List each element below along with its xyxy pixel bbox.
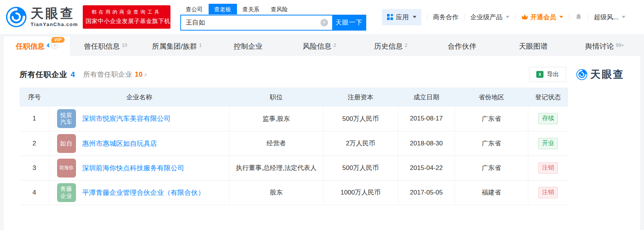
badge-text: 汽车 xyxy=(60,119,73,126)
enterprise-label: 企业级产品 xyxy=(471,13,503,22)
tab-controlled-companies[interactable]: 控制企业 xyxy=(212,37,284,56)
province-cell: 广东省 xyxy=(455,131,528,156)
excel-icon xyxy=(536,71,543,78)
tab-history-info[interactable]: 历史信息 2 xyxy=(355,37,427,56)
section-header: 所有任职企业 4 所有曾任职企业 10 导出 天眼查 xyxy=(20,66,624,82)
tab-label: 舆情讨论 xyxy=(585,42,614,51)
status-cell: 注销 xyxy=(528,180,568,205)
company-link[interactable]: 惠州市惠城区如自玩具店 xyxy=(82,139,157,148)
search-tab-boss[interactable]: 查老板 xyxy=(209,4,237,14)
tab-position-info[interactable]: VIP 任职信息 4 xyxy=(4,37,70,56)
tianyancha-logo-icon xyxy=(5,6,27,28)
column-header: 职位 xyxy=(229,88,323,107)
logo-title: 天眼查 xyxy=(31,7,78,20)
export-label: 导出 xyxy=(547,71,559,79)
column-header: 成立日期 xyxy=(398,88,455,107)
tab-graph[interactable]: 天眼图谱 xyxy=(498,37,569,56)
clear-icon[interactable] xyxy=(320,19,328,26)
badge-text: 青藤 xyxy=(60,185,73,193)
promo-banner: 都在用的商业查询工具 国家中小企业发展子基金旗下机构 xyxy=(83,5,170,29)
tianyancha-watermark: 天眼查 xyxy=(576,68,624,81)
divider xyxy=(588,14,588,20)
table-row: 4 青藤 企业 平潭青藤企业管理合伙企业（有限合伙） 股东 1000万人民币 2… xyxy=(20,180,568,205)
companies-table: 序号 企业名称 职位 注册资本 成立日期 省份地区 登记状态 1 悦宸 汽车 xyxy=(20,88,568,205)
column-header: 序号 xyxy=(20,88,49,107)
tab-risk-info[interactable]: 风险信息 2 xyxy=(284,37,355,56)
tab-partners[interactable]: 合作伙伴 xyxy=(426,37,498,56)
company-link[interactable]: 深圳前海你快点科技服务有限公司 xyxy=(82,164,184,173)
status-badge: 注销 xyxy=(538,162,558,174)
company-logo-badge: 如自 xyxy=(57,134,76,153)
position-cell: 执行董事,总经理,法定代表人 xyxy=(229,156,323,180)
super-risk-label: 超级风... xyxy=(594,13,619,22)
row-index: 3 xyxy=(20,156,49,180)
column-header: 企业名称 xyxy=(49,88,229,107)
column-header: 省份地区 xyxy=(455,88,528,107)
nav-super-risk[interactable]: 超级风... xyxy=(594,13,625,22)
tab-group-cluster[interactable]: 所属集团/族群 1 xyxy=(141,37,213,56)
tab-label: 所属集团/族群 xyxy=(152,42,197,51)
bell-icon xyxy=(575,13,582,21)
tianyancha-logo[interactable]: 天眼查 TianYanCha.com xyxy=(5,6,78,28)
help-icon[interactable] xyxy=(51,43,58,49)
chevron-down-icon xyxy=(506,16,509,18)
badge-text: 如自 xyxy=(60,140,73,147)
date-cell: 2015-04-22 xyxy=(398,156,455,180)
province-cell: 广东省 xyxy=(455,107,528,131)
divider xyxy=(427,14,427,20)
column-header: 登记状态 xyxy=(528,88,568,107)
tab-count: 10 xyxy=(122,42,127,48)
former-companies-link[interactable]: 所有曾任职企业 10 xyxy=(83,70,147,79)
apps-menu[interactable]: 应用 xyxy=(382,9,421,25)
divider xyxy=(569,14,569,20)
company-cell: 青藤 企业 平潭青藤企业管理合伙企业（有限合伙） xyxy=(49,180,229,205)
province-cell: 福建省 xyxy=(455,180,528,205)
position-cell: 股东 xyxy=(229,180,323,205)
company-link[interactable]: 深圳市悦宸汽车美容有限公司 xyxy=(82,114,171,123)
badge-text: 前海你 xyxy=(59,165,74,171)
crown-icon xyxy=(521,14,528,20)
status-cell: 存续 xyxy=(528,107,568,131)
tab-former-positions[interactable]: 曾任职信息 10 xyxy=(70,37,141,56)
status-cell: 开业 xyxy=(528,131,568,156)
divider xyxy=(515,14,516,20)
nav-business-cooperation[interactable]: 商务合作 xyxy=(433,13,459,22)
company-cell: 悦宸 汽车 深圳市悦宸汽车美容有限公司 xyxy=(49,107,229,131)
badge-text: 悦宸 xyxy=(60,112,73,119)
nav-open-membership[interactable]: 开通会员 xyxy=(521,13,563,22)
position-cell: 经营者 xyxy=(229,131,323,156)
tab-label: 曾任职信息 xyxy=(84,42,120,51)
tab-public-opinion[interactable]: 舆情讨论 99+ xyxy=(569,37,640,56)
profile-tabbar: VIP 任职信息 4 曾任职信息 10 所属集团/族群 1 控制企业 风险信息 … xyxy=(4,37,640,56)
table-row: 2 如自 惠州市惠城区如自玩具店 经营者 2万人民币 2018-08-30 广东… xyxy=(20,131,568,156)
search-button[interactable]: 天眼一下 xyxy=(332,15,366,31)
search-row: 天眼一下 xyxy=(180,15,366,31)
vip-badge: VIP xyxy=(51,37,65,43)
status-badge: 注销 xyxy=(538,187,558,198)
search-tab-company[interactable]: 查公司 xyxy=(180,4,209,14)
date-cell: 2018-08-30 xyxy=(398,131,455,156)
section-title: 所有任职企业 xyxy=(20,69,67,80)
notifications-button[interactable] xyxy=(575,13,582,21)
province-cell: 广东省 xyxy=(455,156,528,180)
chevron-down-icon xyxy=(622,16,625,18)
date-cell: 2017-05-05 xyxy=(398,180,455,205)
search-area: 查公司 查老板 查关系 查风险 天眼一下 xyxy=(180,4,366,31)
tab-label: 任职信息 xyxy=(16,42,45,51)
table-row: 3 前海你 深圳前海你快点科技服务有限公司 执行董事,总经理,法定代表人 500… xyxy=(20,156,568,180)
nav-enterprise-products[interactable]: 企业级产品 xyxy=(471,13,509,22)
search-input[interactable] xyxy=(181,15,332,30)
company-link[interactable]: 平潭青藤企业管理合伙企业（有限合伙） xyxy=(82,188,205,197)
apps-label: 应用 xyxy=(396,13,409,22)
tab-label: 控制企业 xyxy=(234,42,263,51)
apps-grid-icon xyxy=(387,14,393,20)
column-header: 注册资本 xyxy=(323,88,398,107)
promo-line2: 国家中小企业发展子基金旗下机构 xyxy=(86,17,167,25)
capital-cell: 500万人民币 xyxy=(323,156,398,180)
search-tab-risk[interactable]: 查风险 xyxy=(265,4,294,14)
search-tab-relation[interactable]: 查关系 xyxy=(237,4,265,14)
chevron-right-icon xyxy=(143,70,147,79)
status-badge: 存续 xyxy=(538,113,558,124)
export-button[interactable]: 导出 xyxy=(529,67,566,82)
tab-label: 天眼图谱 xyxy=(519,42,548,51)
